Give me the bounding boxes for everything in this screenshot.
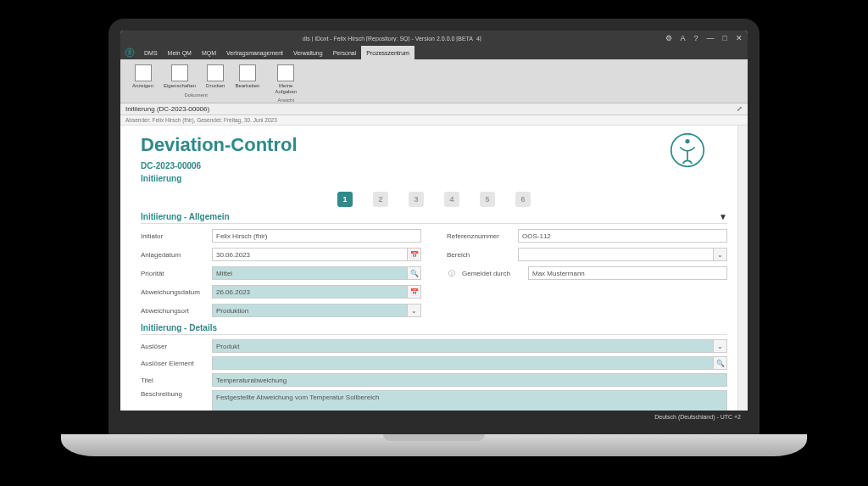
window-controls: ⚙ A ? — □ ✕ xyxy=(665,34,743,42)
meta-line: Absender: Felix Hirsch (fhir), Gesendet:… xyxy=(120,115,748,126)
field-anlagedatum[interactable]: 30.06.2023 xyxy=(212,248,408,261)
font-icon[interactable]: A xyxy=(681,34,686,42)
titlebar: dls | iDoxt - Felix Hirsch [Repository: … xyxy=(120,31,748,46)
field-prioritaet[interactable]: Mittel xyxy=(212,266,408,280)
app-window: dls | iDoxt - Felix Hirsch [Repository: … xyxy=(108,19,760,434)
document-tab-bar: Initiierung (DC-2023-00006) ⤢ xyxy=(120,103,748,115)
label-abweichungsdatum: Abweichungsdatum xyxy=(141,288,207,296)
label-anlagedatum: Anlagedatum xyxy=(141,251,207,259)
label-bereich: Bereich xyxy=(447,251,513,259)
search-icon[interactable]: 🔍 xyxy=(408,266,421,280)
statusbar-text: Deutsch (Deutschland) - UTC +2 xyxy=(654,414,741,420)
laptop-base xyxy=(61,434,807,456)
field-abweichungsort[interactable]: Produktion xyxy=(212,304,408,317)
label-titel: Titel xyxy=(141,377,207,384)
ribbon-group-dokument: Anzeigen Eigenschaften Drucken Bearbeite… xyxy=(125,63,266,98)
document-id: DC-2023-00006 xyxy=(141,161,727,170)
ribbon-eigenschaften-button[interactable]: Eigenschaften xyxy=(160,63,199,91)
label-ausloeser: Auslöser xyxy=(141,343,207,350)
menu-verwaltung[interactable]: Verwaltung xyxy=(288,46,328,59)
field-gemeldet-durch[interactable]: Max Mustermann xyxy=(528,266,727,280)
field-ausloeser[interactable]: Produkt xyxy=(212,339,714,353)
info-icon[interactable]: ⓘ xyxy=(447,268,457,278)
field-ausloeser-element[interactable] xyxy=(212,356,714,370)
statusbar: Deutsch (Deutschland) - UTC +2 xyxy=(120,411,748,422)
ribbon-bearbeiten-button[interactable]: Bearbeiten xyxy=(231,63,263,91)
step-4[interactable]: 4 xyxy=(444,192,459,207)
section-details-header[interactable]: Initiierung - Details xyxy=(141,323,727,335)
menu-vertragsmanagement[interactable]: Vertragsmanagement xyxy=(221,46,288,59)
svg-point-2 xyxy=(685,139,689,143)
label-initiator: Initiator xyxy=(141,232,207,240)
label-beschreibung: Beschreibung xyxy=(141,390,207,398)
label-referenznummer: Referenznummer xyxy=(447,232,513,240)
field-referenznummer[interactable]: OOS-112 xyxy=(518,229,727,243)
ribbon-group-ansicht: MeineAufgaben Ansicht xyxy=(268,63,303,103)
ribbon-group-label-2: Ansicht xyxy=(277,98,294,103)
calendar-icon[interactable]: 📅 xyxy=(408,285,421,299)
field-beschreibung[interactable]: Festgestellte Abweichung vom Temperatur … xyxy=(212,390,727,411)
close-icon[interactable]: ✕ xyxy=(736,34,743,42)
vertical-scrollbar[interactable] xyxy=(737,126,748,411)
step-2[interactable]: 2 xyxy=(373,192,388,207)
search-icon[interactable]: 🔍 xyxy=(714,356,727,370)
field-abweichungsdatum[interactable]: 26.06.2023 xyxy=(212,285,408,299)
document-content: Deviation-Control DC-2023-00006 Initiier… xyxy=(120,126,748,411)
step-indicator: 1 2 3 4 5 6 xyxy=(141,192,727,207)
minimize-icon[interactable]: — xyxy=(707,34,715,42)
settings-icon[interactable]: ⚙ xyxy=(665,34,672,42)
ribbon-meine-aufgaben-button[interactable]: MeineAufgaben xyxy=(271,63,300,96)
step-6[interactable]: 6 xyxy=(515,192,531,207)
tasks-icon xyxy=(277,64,294,81)
ribbon: Anzeigen Eigenschaften Drucken Bearbeite… xyxy=(120,59,748,103)
label-gemeldet-durch: Gemeldet durch xyxy=(462,270,523,277)
print-icon xyxy=(207,64,224,81)
document-tab-title: Initiierung (DC-2023-00006) xyxy=(125,105,209,113)
document-title: Deviation-Control xyxy=(141,134,727,156)
label-prioritaet: Priorität xyxy=(141,270,207,277)
step-1[interactable]: 1 xyxy=(337,192,353,207)
step-5[interactable]: 5 xyxy=(480,192,495,207)
company-logo-icon xyxy=(670,132,705,171)
label-ausloeser-element: Auslöser Element xyxy=(141,360,207,367)
ribbon-anzeigen-button[interactable]: Anzeigen xyxy=(129,63,157,91)
document-stage: Initiierung xyxy=(141,174,727,183)
dropdown-icon[interactable]: ⌄ xyxy=(714,248,727,261)
ribbon-group-label: Dokument xyxy=(185,92,208,98)
window-title: dls | iDoxt - Felix Hirsch [Repository: … xyxy=(125,36,659,42)
edit-icon xyxy=(239,64,256,81)
menu-personal[interactable]: Personal xyxy=(328,46,362,59)
calendar-icon[interactable]: 📅 xyxy=(408,248,421,261)
maximize-icon[interactable]: □ xyxy=(723,34,727,42)
menu-mqm[interactable]: MQM xyxy=(197,46,221,59)
collapse-icon[interactable]: ▼ xyxy=(719,212,727,221)
properties-icon xyxy=(171,64,188,81)
section-allgemein-header[interactable]: Initiierung - Allgemein ▼ xyxy=(141,212,727,224)
step-3[interactable]: 3 xyxy=(409,192,424,207)
app-logo-icon[interactable] xyxy=(120,46,139,59)
label-abweichungsort: Abweichungsort xyxy=(141,307,207,315)
laptop-notch xyxy=(383,434,485,441)
form-allgemein: Initiator Felix Hirsch (fhir) Anlagedatu… xyxy=(141,228,727,318)
meta-text: Absender: Felix Hirsch (fhir), Gesendet:… xyxy=(125,117,277,123)
field-initiator[interactable]: Felix Hirsch (fhir) xyxy=(212,229,421,243)
expand-icon[interactable]: ⤢ xyxy=(737,105,743,113)
menu-mein-qm[interactable]: Mein QM xyxy=(163,46,197,59)
field-titel[interactable]: Temperaturabweichung xyxy=(212,373,727,387)
menubar: DMS Mein QM MQM Vertragsmanagement Verwa… xyxy=(120,46,748,59)
field-bereich[interactable] xyxy=(518,248,714,261)
view-icon xyxy=(135,64,152,81)
menu-dms[interactable]: DMS xyxy=(139,46,163,59)
dropdown-icon[interactable]: ⌄ xyxy=(408,304,421,317)
ribbon-drucken-button[interactable]: Drucken xyxy=(203,63,228,91)
help-icon[interactable]: ? xyxy=(694,34,698,42)
dropdown-icon[interactable]: ⌄ xyxy=(714,339,727,353)
menu-prozesszentrum[interactable]: Prozesszentrum xyxy=(361,46,415,59)
